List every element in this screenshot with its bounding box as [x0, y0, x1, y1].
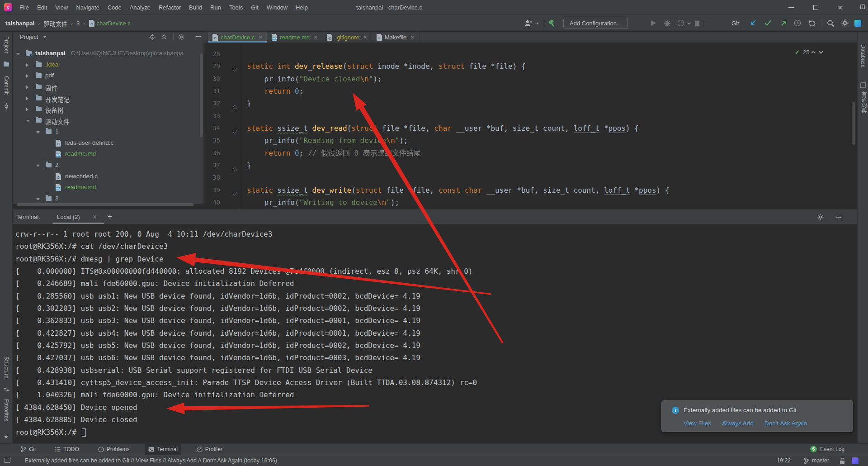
- hide-panel-icon[interactable]: [196, 36, 201, 37]
- code-text[interactable]: }: [247, 159, 251, 171]
- user-icon[interactable]: [524, 19, 532, 27]
- prev-problem-icon[interactable]: [811, 51, 816, 55]
- toolwindow-button-commit[interactable]: Commit: [3, 76, 9, 95]
- close-button[interactable]: ✕: [831, 0, 849, 15]
- tree-item-1[interactable]: 1: [13, 127, 203, 138]
- breadcrumb-item[interactable]: 3: [76, 20, 80, 27]
- breadcrumb-item[interactable]: taishanpai: [5, 20, 34, 27]
- chevron-right-icon[interactable]: [26, 74, 28, 78]
- git-push-icon[interactable]: [780, 19, 788, 27]
- add-configuration-button[interactable]: Add Configuration...: [563, 18, 628, 29]
- chevron-down-icon[interactable]: [26, 120, 30, 122]
- tab-close-icon[interactable]: ×: [363, 34, 367, 40]
- code-text[interactable]: pr_info("Device closed\n");: [247, 73, 382, 85]
- tree-item-pdf[interactable]: pdf: [13, 71, 203, 82]
- code-text[interactable]: pr_info("Writing to device\n");: [247, 196, 399, 209]
- chevron-down-icon[interactable]: [16, 53, 20, 55]
- unlock-icon[interactable]: [839, 457, 845, 464]
- rollback-icon[interactable]: [808, 19, 816, 27]
- gutter-line-number[interactable]: 35: [203, 134, 220, 147]
- menu-view[interactable]: View: [51, 4, 72, 11]
- tree-item-2[interactable]: 2: [13, 160, 203, 171]
- notification-action-view-files[interactable]: View Files: [684, 420, 711, 427]
- gutter-line-number[interactable]: 31: [203, 85, 220, 97]
- project-view-dropdown-icon[interactable]: [43, 36, 46, 38]
- run-options-dropdown-icon[interactable]: [688, 23, 690, 24]
- new-terminal-button[interactable]: +: [108, 209, 113, 225]
- collapse-all-icon[interactable]: [161, 34, 167, 40]
- tab-close-icon[interactable]: ×: [410, 34, 414, 40]
- toolwindow-button-favorites[interactable]: Favorites: [3, 399, 9, 421]
- tree-item-readme-md[interactable]: MDreadme.md: [13, 149, 203, 160]
- gutter-line-number[interactable]: 30: [203, 73, 220, 85]
- terminal-cursor[interactable]: [82, 428, 86, 437]
- tab-close-icon[interactable]: ×: [259, 34, 262, 40]
- debug-icon[interactable]: [664, 19, 671, 27]
- run-button[interactable]: [651, 20, 656, 26]
- chevron-down-icon[interactable]: [36, 165, 40, 167]
- terminal-settings-gear-icon[interactable]: [817, 214, 824, 220]
- project-vertical-scrollbar[interactable]: [200, 53, 203, 137]
- inspection-widget[interactable]: ✓ 25: [795, 49, 822, 56]
- editor-tab-readme-md[interactable]: MDreadme.md×: [267, 32, 322, 43]
- toolwindow-button-problems[interactable]: Problems: [94, 444, 133, 455]
- notification-action-always-add[interactable]: Always Add: [722, 420, 754, 427]
- gutter-line-number[interactable]: 36: [203, 147, 220, 159]
- tree-item----[interactable]: 设备树: [13, 104, 203, 115]
- breadcrumb-item[interactable]: 驱动文件: [44, 19, 67, 28]
- menu-analyze[interactable]: Analyze: [126, 4, 155, 11]
- tree-item---[interactable]: 固件: [13, 82, 203, 93]
- gutter-line-number[interactable]: 28: [203, 48, 220, 60]
- chevron-right-icon[interactable]: [26, 108, 28, 111]
- code-text[interactable]: static ssize_t dev_read(struct file *fil…: [247, 122, 639, 134]
- gutter-line-number[interactable]: 34: [203, 122, 220, 134]
- tree-item--idea[interactable]: .idea: [13, 60, 203, 71]
- toolwindow-button-project[interactable]: Project: [3, 36, 9, 53]
- gutter-line-number[interactable]: 39: [203, 184, 220, 196]
- panel-settings-gear-icon[interactable]: [178, 34, 184, 40]
- plugin-icon[interactable]: [854, 20, 861, 27]
- toolwindow-button-todo[interactable]: TODO: [51, 444, 82, 455]
- code-text[interactable]: static int dev_release(struct inode *ino…: [247, 60, 526, 72]
- tree-item-----[interactable]: 开发笔记: [13, 93, 203, 105]
- toolwindow-button-profiler[interactable]: Profiler: [193, 444, 226, 455]
- project-horizontal-scrollbar[interactable]: [17, 203, 193, 206]
- menu-code[interactable]: Code: [104, 4, 126, 11]
- code-text[interactable]: }: [247, 97, 251, 109]
- menu-file[interactable]: File: [15, 4, 33, 11]
- breadcrumb-item[interactable]: charDevice.c: [97, 20, 131, 27]
- tree-item-----[interactable]: 驱动文件: [13, 115, 203, 127]
- build-hammer-icon[interactable]: [548, 19, 556, 27]
- menu-run[interactable]: Run: [206, 4, 225, 11]
- code-editor[interactable]: 2829static int dev_release(struct inode …: [203, 43, 857, 209]
- event-log-button[interactable]: 6 Event Log: [810, 443, 844, 455]
- toolwindow-button-structure[interactable]: Structure: [3, 357, 9, 379]
- toolwindow-button-git[interactable]: Git: [17, 444, 39, 455]
- chevron-down-icon[interactable]: [36, 198, 40, 200]
- search-icon[interactable]: [827, 19, 835, 27]
- tree-item-leds-user-defind-c[interactable]: Cleds-user-defind.c: [13, 138, 203, 149]
- gutter-line-number[interactable]: 37: [203, 159, 220, 171]
- gutter-line-number[interactable]: 40: [203, 196, 220, 209]
- history-clock-icon[interactable]: [794, 19, 801, 27]
- code-text[interactable]: return 0; // 假设返回 0 表示读到文件结尾: [247, 147, 421, 159]
- tree-item-3[interactable]: 3: [13, 194, 203, 204]
- locate-file-icon[interactable]: [149, 34, 156, 40]
- tab-close-icon[interactable]: ×: [314, 34, 317, 40]
- gutter-line-number[interactable]: 38: [203, 171, 220, 184]
- git-update-icon[interactable]: [750, 19, 757, 27]
- minimize-button[interactable]: [782, 0, 800, 15]
- settings-gear-icon[interactable]: [841, 19, 849, 27]
- menu-build[interactable]: Build: [185, 4, 206, 11]
- chevron-right-icon[interactable]: [26, 86, 28, 89]
- menu-git[interactable]: Git: [247, 4, 263, 11]
- toolwindow-toggle-icon[interactable]: [5, 458, 10, 463]
- chevron-right-icon[interactable]: [26, 97, 28, 100]
- git-commit-icon[interactable]: [764, 19, 772, 26]
- maximize-button[interactable]: [807, 0, 825, 15]
- code-text[interactable]: pr_info("Reading from device\n");: [247, 134, 408, 147]
- toolwindow-button-database[interactable]: Database: [860, 44, 866, 67]
- project-panel-title[interactable]: Project: [20, 32, 38, 43]
- gutter-line-number[interactable]: 29: [203, 60, 220, 72]
- gutter-line-number[interactable]: 33: [203, 110, 220, 122]
